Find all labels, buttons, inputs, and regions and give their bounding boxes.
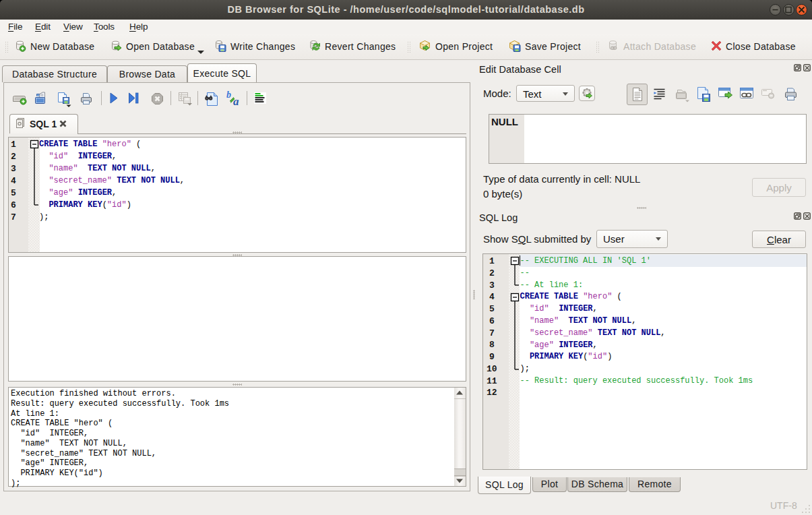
svg-text:b: b — [226, 90, 231, 100]
svg-text:a: a — [233, 95, 239, 106]
